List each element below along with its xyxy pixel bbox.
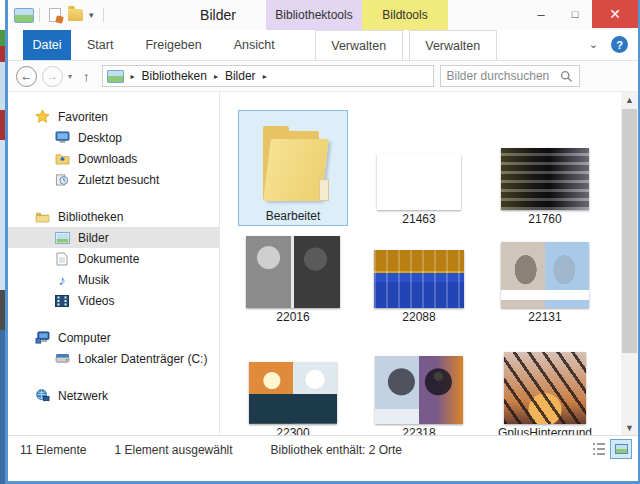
file-item-21463[interactable]: 21463 [356, 100, 482, 226]
film-icon [54, 293, 70, 309]
file-label: 22016 [276, 311, 309, 324]
file-item-22088[interactable]: 22088 [356, 250, 482, 324]
file-label: Bearbeitet [266, 210, 321, 223]
sidebar-item-musik[interactable]: ♪ Musik [8, 269, 219, 290]
file-item-22016[interactable]: 22016 [230, 236, 356, 324]
vertical-scrollbar[interactable]: ▲ ▼ [621, 92, 638, 435]
minimize-button[interactable]: – [524, 0, 558, 28]
help-button[interactable]: ? [611, 36, 628, 53]
view-toggles [588, 439, 632, 459]
up-button[interactable]: ↑ [77, 69, 96, 84]
maximize-button[interactable]: □ [558, 0, 592, 28]
pictures-icon [54, 230, 70, 246]
thumbnail-highland-cow [377, 154, 461, 210]
details-view-button[interactable] [588, 439, 610, 459]
sidebar-item-downloads[interactable]: Downloads [8, 148, 219, 169]
tab-verwalten-bild[interactable]: Verwalten [409, 30, 497, 60]
sidebar-section-bibliotheken[interactable]: Bibliotheken [8, 206, 219, 227]
forward-button[interactable]: → [42, 66, 63, 87]
library-info: Bibliothek enthält: 2 Orte [271, 443, 402, 457]
ribbon-expand-chevron-icon[interactable]: ⌄ [589, 38, 598, 51]
scrollbar-thumb[interactable] [622, 109, 637, 353]
hard-disk-icon [54, 351, 70, 367]
file-label: GplusHintergrund [498, 427, 592, 435]
new-folder-icon [68, 9, 83, 21]
sidebar-section-favoriten[interactable]: Favoriten [8, 106, 219, 127]
file-label: 22088 [402, 311, 435, 324]
navigation-pane: Favoriten Desktop Downloads Zuletzt besu… [8, 92, 220, 435]
search-input[interactable] [447, 69, 560, 83]
sidebar-item-desktop[interactable]: Desktop [8, 127, 219, 148]
tab-freigeben[interactable]: Freigeben [129, 30, 217, 60]
quick-access-caret-icon[interactable]: ▾ [85, 10, 98, 20]
breadcrumb[interactable]: ▸ Bibliotheken ▸ Bilder ▸ [102, 65, 434, 87]
address-bar: ← → ▾ ↑ ▸ Bibliotheken ▸ Bilder ▸ [8, 61, 638, 92]
thumbnail-bw-poppies [246, 236, 340, 308]
breadcrumb-bibliotheken[interactable]: Bibliotheken [142, 69, 207, 83]
thumbnail-bike-chains [501, 148, 589, 210]
scroll-down-icon[interactable]: ▼ [625, 420, 634, 435]
file-item-21760[interactable]: 21760 [482, 100, 608, 226]
app-pictures-icon[interactable] [14, 8, 34, 23]
file-label: 22318 [402, 427, 435, 435]
scrollbar-track[interactable] [621, 107, 638, 420]
tab-verwalten-bibliothek[interactable]: Verwalten [315, 30, 403, 60]
tab-ansicht[interactable]: Ansicht [218, 30, 291, 60]
crumb-arrow-icon: ▸ [256, 72, 274, 81]
search-box [440, 65, 580, 87]
file-label: 22300 [276, 427, 309, 435]
scroll-up-icon[interactable]: ▲ [625, 92, 634, 107]
sidebar-item-videos[interactable]: Videos [8, 290, 219, 311]
sidebar-item-dokumente[interactable]: Dokumente [8, 248, 219, 269]
thumbnail-sea-sunset [249, 362, 337, 424]
ribbon-tab-row: Datei Start Freigeben Ansicht Verwalten … [8, 30, 638, 61]
desktop-icon [54, 130, 70, 146]
image-tools-header[interactable]: Bildtools [362, 0, 448, 30]
history-caret-icon[interactable]: ▾ [63, 72, 77, 81]
file-label: 21463 [402, 213, 435, 226]
window-title: Bilder [158, 7, 278, 23]
item-count: 11 Elemente [20, 443, 87, 457]
location-pictures-icon [107, 70, 124, 83]
file-item-gplushintergrund[interactable]: GplusHintergrund [482, 332, 608, 435]
document-icon [54, 251, 70, 267]
file-item-22131[interactable]: 22131 [482, 242, 608, 324]
search-icon[interactable] [560, 70, 573, 83]
contextual-tab-headers: Bibliothektools Bildtools [266, 0, 448, 30]
file-item-bearbeitet[interactable]: Bearbeitet [230, 100, 356, 226]
breadcrumb-bilder[interactable]: Bilder [225, 69, 256, 83]
titlebar: ▾ Bilder Bibliothektools Bildtools – □ ✕ [8, 0, 638, 30]
tab-datei[interactable]: Datei [23, 30, 71, 60]
thumbnail-winter-tree [375, 356, 463, 424]
crumb-arrow-icon: ▸ [207, 72, 225, 81]
libraries-icon [34, 209, 50, 225]
file-item-22300[interactable]: 22300 [230, 332, 356, 435]
sidebar-item-bilder[interactable]: Bilder [8, 227, 219, 248]
sidebar-item-zuletzt-besucht[interactable]: Zuletzt besucht [8, 169, 219, 190]
file-list: Bearbeitet 21463 21760 22016 [220, 92, 621, 435]
large-icons-view-icon [615, 444, 628, 454]
status-bar: 11 Elemente 1 Element ausgewählt Bibliot… [8, 435, 638, 463]
main-area: Favoriten Desktop Downloads Zuletzt besu… [8, 92, 638, 435]
sidebar-section-netzwerk[interactable]: Netzwerk [8, 385, 219, 406]
star-icon [34, 109, 50, 125]
sidebar-section-computer[interactable]: Computer [8, 327, 219, 348]
details-view-icon [593, 443, 605, 455]
tab-start[interactable]: Start [71, 30, 129, 60]
back-button[interactable]: ← [16, 66, 37, 87]
folder-icon [251, 117, 335, 205]
downloads-icon [54, 151, 70, 167]
close-button[interactable]: ✕ [592, 0, 638, 28]
computer-icon [34, 330, 50, 346]
properties-icon [49, 8, 61, 22]
large-icons-view-button[interactable] [610, 439, 632, 459]
file-item-22318[interactable]: 22318 [356, 332, 482, 435]
new-folder-button[interactable] [65, 6, 85, 24]
properties-button[interactable] [45, 6, 65, 24]
crumb-arrow-icon: ▸ [124, 72, 142, 81]
sidebar-item-lokaler-datentraeger[interactable]: Lokaler Datenträger (C:) [8, 348, 219, 369]
library-tools-header[interactable]: Bibliothektools [266, 0, 362, 30]
network-icon [34, 388, 50, 404]
music-note-icon: ♪ [54, 272, 70, 288]
selected-folder-tile[interactable]: Bearbeitet [238, 110, 348, 226]
